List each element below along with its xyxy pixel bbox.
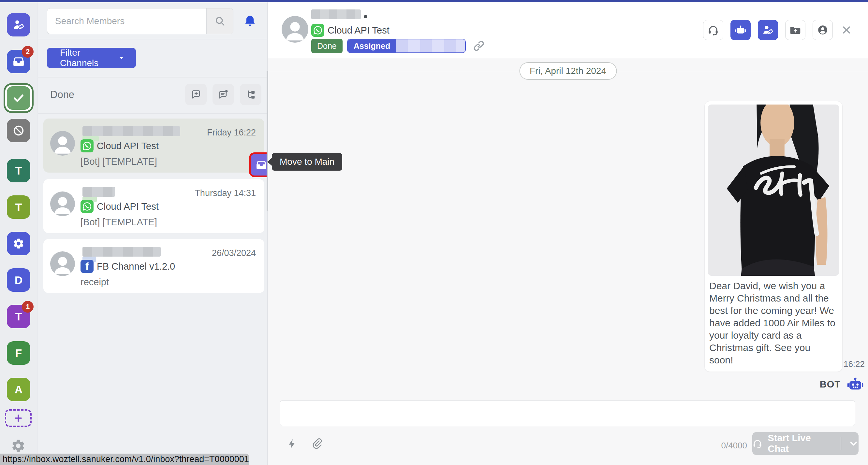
person-tag-icon — [762, 24, 774, 36]
redacted-member-name — [311, 9, 361, 19]
rail-item-main-inbox[interactable]: 2 — [7, 50, 30, 73]
conversation-time: Thursday 14:31 — [194, 188, 256, 198]
chat-header: Cloud API Test Done Assigned — [268, 2, 868, 58]
conversation-panel: Filter Channels Done Friday 16:22 Cloud … — [38, 2, 268, 465]
channel-name: Cloud API Test — [328, 25, 390, 36]
copy-link-button[interactable] — [472, 39, 485, 53]
message-text: Dear David, we wish you a Merry Christma… — [705, 276, 842, 371]
move-to-main-tooltip: Move to Main — [272, 153, 342, 171]
start-live-chat-label: Start Live Chat — [768, 433, 833, 454]
sender-label: BOT — [820, 379, 841, 390]
conversation-time: Friday 16:22 — [207, 128, 256, 138]
conversation-item[interactable]: 26/03/2024 f FB Channel v1.2.0 receipt — [43, 239, 265, 293]
rail-item-channel-a[interactable]: A — [7, 378, 30, 401]
whatsapp-icon — [81, 200, 94, 213]
bubble-dot-icon — [218, 89, 229, 100]
chevron-down-icon[interactable] — [848, 438, 859, 449]
bubble-plus-icon — [190, 89, 202, 100]
conversation-item[interactable]: Thursday 14:31 Cloud API Test [Bot] [TEM… — [43, 179, 265, 233]
assigned-badge: Assigned — [347, 39, 466, 53]
member-profile-button[interactable] — [758, 20, 778, 40]
channel-name: FB Channel v1.2.0 — [97, 261, 175, 272]
search-button[interactable] — [206, 8, 233, 34]
divider — [38, 113, 268, 114]
quick-replies-button[interactable] — [286, 438, 298, 450]
rail-item-channel-d[interactable]: D — [7, 268, 30, 292]
facebook-icon: f — [81, 260, 94, 273]
avatar — [50, 192, 75, 216]
notifications-button[interactable] — [243, 14, 257, 29]
bot-message-bubble: Dear David, we wish you a Merry Christma… — [704, 101, 843, 372]
tshirt-product-image — [708, 104, 839, 276]
search-input[interactable] — [47, 8, 206, 34]
channel-initial: F — [15, 347, 22, 360]
attach-file-button[interactable] — [311, 438, 323, 450]
move-folder-button[interactable] — [785, 20, 805, 40]
unread-count-badge: 1 — [22, 301, 34, 312]
divider — [38, 77, 268, 77]
plus-icon — [13, 413, 23, 423]
new-conversation-button[interactable] — [185, 84, 207, 105]
close-icon — [841, 25, 852, 35]
channel-initial: T — [15, 310, 22, 323]
rail-item-channel-t2[interactable]: T — [7, 195, 30, 219]
channel-initial: D — [15, 274, 23, 287]
person-icon — [50, 131, 75, 156]
rail-item-channel-t3[interactable]: T 1 — [7, 305, 30, 328]
rail-item-blocked[interactable] — [7, 119, 30, 142]
conversation-item[interactable]: Friday 16:22 Cloud API Test [Bot] [TEMPL… — [43, 119, 265, 173]
redacted-blur — [364, 15, 367, 18]
status-badge: Done — [311, 39, 343, 53]
live-chat-toggle-button[interactable] — [703, 20, 723, 40]
whatsapp-icon — [311, 24, 324, 37]
robot-icon — [735, 24, 746, 36]
panel-scrollbar[interactable] — [267, 71, 268, 211]
rail-item-channel-gear[interactable] — [7, 232, 30, 255]
button-divider — [841, 437, 841, 450]
bell-icon — [243, 14, 257, 29]
inbox-app: 2 T T D T 1 F A Filter Channels — [0, 0, 868, 465]
message-image-tshirt[interactable] — [708, 104, 839, 276]
headset-icon — [707, 24, 719, 36]
settings-button[interactable] — [11, 438, 26, 453]
gear-icon — [12, 237, 25, 250]
conversation-time: 26/03/2024 — [212, 248, 256, 258]
rail-item-channel-t1[interactable]: T — [7, 159, 30, 182]
channel-rail: 2 T T D T 1 F A — [0, 2, 37, 465]
filter-channels-button[interactable]: Filter Channels — [47, 48, 136, 68]
message-preview: receipt — [81, 277, 109, 288]
agent-assign-button[interactable] — [813, 20, 833, 40]
rail-item-done-selected[interactable] — [4, 83, 34, 113]
folder-move-icon — [789, 24, 801, 36]
close-chat-button[interactable] — [840, 24, 853, 36]
rail-item-channel-f[interactable]: F — [7, 341, 30, 365]
unread-filter-button[interactable] — [213, 84, 234, 105]
avatar — [50, 131, 75, 156]
link-icon — [472, 39, 485, 53]
gear-icon — [11, 438, 26, 453]
channel-name: Cloud API Test — [97, 201, 159, 212]
rail-item-contacts[interactable] — [7, 13, 30, 36]
whatsapp-icon — [81, 139, 94, 153]
person-tag-icon — [12, 19, 25, 31]
add-channel-button[interactable] — [5, 409, 32, 427]
message-input[interactable] — [280, 400, 855, 426]
member-search — [47, 8, 234, 34]
channel-name: Cloud API Test — [97, 141, 159, 152]
person-icon — [50, 252, 75, 276]
person-icon — [50, 192, 75, 216]
tooltip-arrow — [267, 158, 272, 166]
message-preview: [Bot] [TEMPLATE] — [81, 217, 157, 228]
divider — [38, 39, 268, 39]
start-live-chat-button[interactable]: Start Live Chat — [752, 432, 859, 455]
bot-toggle-button[interactable] — [731, 20, 751, 40]
filter-channels-label: Filter Channels — [60, 47, 118, 68]
headset-icon — [752, 438, 763, 449]
status-url: https://inbox.woztell.sanuker.com/v1.0/i… — [3, 454, 249, 464]
redacted-assignee-name — [396, 39, 465, 53]
thread-view-button[interactable] — [240, 84, 261, 105]
message-preview: [Bot] [TEMPLATE] — [81, 156, 157, 167]
account-icon — [817, 24, 829, 36]
robot-icon — [846, 375, 864, 393]
channel-initial: T — [15, 201, 22, 213]
